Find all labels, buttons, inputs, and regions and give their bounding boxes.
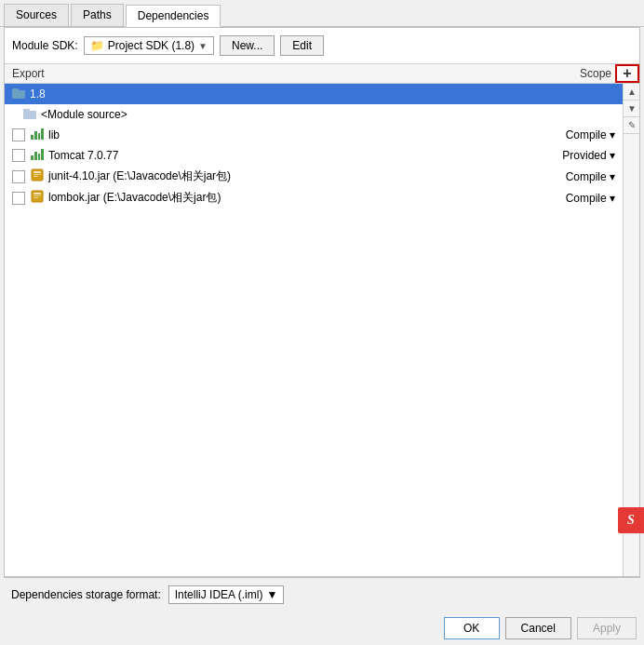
move-down-button[interactable]: ▼ <box>624 101 639 117</box>
export-checkbox[interactable] <box>12 170 25 183</box>
jar-icon <box>31 168 44 184</box>
dep-name: lib <box>48 128 566 141</box>
svg-rect-9 <box>34 193 41 195</box>
table-row[interactable]: Tomcat 7.0.77 Provided ▾ <box>5 145 623 166</box>
library-icon <box>31 148 44 163</box>
svg-rect-1 <box>12 88 19 92</box>
chevron-down-icon: ▼ <box>198 41 208 51</box>
side-action-buttons: ▲ ▼ ✎ <box>623 84 639 576</box>
tab-dependencies[interactable]: Dependencies <box>126 5 221 27</box>
svg-rect-3 <box>23 109 30 113</box>
format-value: IntelliJ IDEA (.iml) <box>175 588 263 601</box>
library-icon <box>31 128 44 142</box>
export-checkbox[interactable] <box>12 149 25 162</box>
main-panel: Module SDK: 📁 Project SDK (1.8) ▼ New...… <box>4 27 640 577</box>
svg-rect-6 <box>34 174 41 175</box>
table-row[interactable]: <Module source> <box>5 104 623 125</box>
dep-name: lombok.jar (E:\Javacode\相关jar包) <box>48 190 566 206</box>
module-sdk-label: Module SDK: <box>12 39 78 52</box>
dep-name: junit-4.10.jar (E:\Javacode\相关jar包) <box>48 168 566 184</box>
folder-icon <box>23 107 36 122</box>
move-up-button[interactable]: ▲ <box>624 84 639 101</box>
tab-paths[interactable]: Paths <box>71 4 124 26</box>
export-col-header: Export <box>12 67 45 80</box>
scope-dropdown[interactable]: Provided ▾ <box>562 149 615 162</box>
dependency-list: 1.8 <Module source> <box>5 84 623 576</box>
format-row: Dependencies storage format: IntelliJ ID… <box>4 577 640 611</box>
format-label: Dependencies storage format: <box>11 588 161 601</box>
chevron-down-icon: ▼ <box>266 588 277 601</box>
scope-dropdown[interactable]: Compile ▾ <box>566 128 615 141</box>
export-checkbox[interactable] <box>12 128 25 141</box>
module-sdk-dropdown[interactable]: 📁 Project SDK (1.8) ▼ <box>84 36 214 55</box>
module-sdk-row: Module SDK: 📁 Project SDK (1.8) ▼ New...… <box>5 28 639 63</box>
tab-bar: Sources Paths Dependencies <box>0 0 644 27</box>
svg-rect-11 <box>34 197 38 198</box>
format-dropdown[interactable]: IntelliJ IDEA (.iml) ▼ <box>168 585 285 604</box>
table-row[interactable]: lib Compile ▾ <box>5 125 623 145</box>
scope-col-header: Scope <box>580 67 611 80</box>
table-header: Export Scope + <box>5 63 639 84</box>
dep-name: <Module source> <box>41 108 615 121</box>
dep-name: Tomcat 7.0.77 <box>48 149 562 162</box>
svg-rect-10 <box>34 195 41 196</box>
new-button[interactable]: New... <box>220 35 275 56</box>
folder-blue-icon <box>12 87 25 101</box>
edit-button[interactable]: Edit <box>280 35 324 56</box>
cancel-button[interactable]: Cancel <box>505 617 571 639</box>
scope-dropdown[interactable]: Compile ▾ <box>566 192 615 205</box>
svg-rect-5 <box>34 171 41 173</box>
dep-name: 1.8 <box>30 87 615 101</box>
apply-button[interactable]: Apply <box>577 617 637 639</box>
table-row[interactable]: junit-4.10.jar (E:\Javacode\相关jar包) Comp… <box>5 166 623 187</box>
table-row[interactable]: 1.8 <box>5 84 623 104</box>
table-row[interactable]: lombok.jar (E:\Javacode\相关jar包) Compile … <box>5 187 623 208</box>
dialog-button-row: OK Cancel Apply <box>0 611 644 645</box>
folder-icon: 📁 <box>90 39 104 52</box>
ok-button[interactable]: OK <box>444 617 500 639</box>
scope-dropdown[interactable]: Compile ▾ <box>566 170 615 183</box>
tab-sources[interactable]: Sources <box>4 4 69 26</box>
module-sdk-value: Project SDK (1.8) <box>108 39 195 52</box>
add-dependency-button[interactable]: + <box>615 64 639 83</box>
svg-rect-7 <box>34 176 38 177</box>
edit-entry-button[interactable]: ✎ <box>624 117 639 134</box>
jar-icon <box>31 190 44 206</box>
dependencies-table: 1.8 <Module source> <box>5 84 639 576</box>
export-checkbox[interactable] <box>12 192 25 205</box>
sogou-logo: S <box>618 507 644 533</box>
